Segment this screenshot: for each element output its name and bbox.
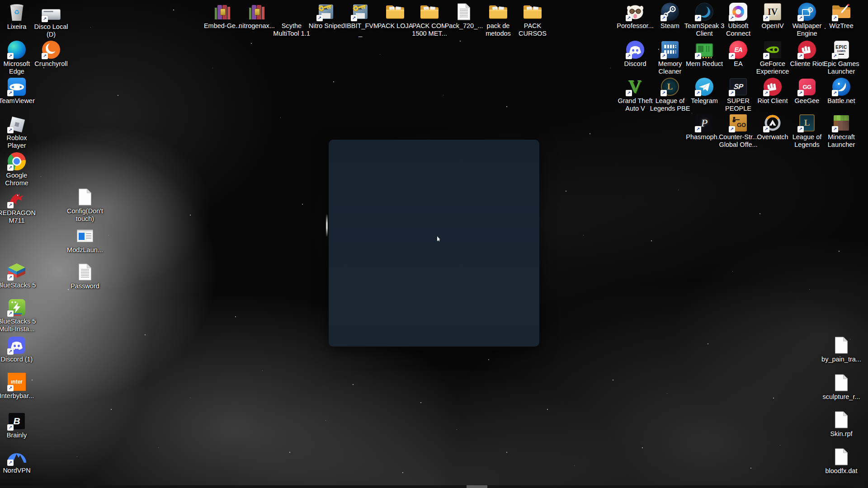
teamviewer-icon: ◄►↗ xyxy=(0,78,37,96)
shortcut-arrow-icon: ↗ xyxy=(832,53,838,59)
desktop-icon-minecraft-launcher[interactable]: ↗Minecraft Launcher xyxy=(821,114,862,149)
shortcut-arrow-icon: ↗ xyxy=(695,53,701,59)
bluestacks-multi-icon: ↗ xyxy=(0,298,37,316)
desktop-icon-sculpture-r[interactable]: sculpture_r... xyxy=(821,374,862,401)
desktop-icon-discord-1[interactable]: ↗Discord (1) xyxy=(0,336,37,363)
desktop-icon-teamviewer[interactable]: ◄►↗TeamViewer xyxy=(0,78,37,105)
desktop-icon-password[interactable]: Password xyxy=(65,263,105,290)
desktop-icon-label: Minecraft Launcher xyxy=(821,133,862,149)
desktop-icon-disco-local-d[interactable]: ↗Disco Local (D) xyxy=(31,4,71,38)
shortcut-arrow-icon: ↗ xyxy=(7,53,14,59)
drive-icon: ↗ xyxy=(31,4,71,22)
desktop-icon-label: REDRAGON M711 xyxy=(0,209,37,225)
desktop-icon-label: nitrogenax... xyxy=(239,22,275,30)
desktop-icon-label: GeeGee xyxy=(795,97,820,105)
desktop-icon-label: Pack_720_... xyxy=(445,22,483,30)
roblox-icon: ↗ xyxy=(0,115,37,133)
battlenet-icon: ↗ xyxy=(821,78,862,96)
desktop-icon-interbybar[interactable]: ınter↗Interbybar... xyxy=(0,373,37,400)
shortcut-arrow-icon: ↗ xyxy=(626,15,632,21)
shortcut-arrow-icon: ↗ xyxy=(316,15,323,21)
shortcut-arrow-icon: ↗ xyxy=(660,90,667,96)
shortcut-arrow-icon: ↗ xyxy=(832,126,838,132)
shortcut-arrow-icon: ↗ xyxy=(7,310,14,317)
desktop-icon-label: PACK CURSOS xyxy=(512,22,553,38)
desktop-icon-google-chrome[interactable]: ↗Google Chrome xyxy=(0,152,37,187)
shortcut-arrow-icon: ↗ xyxy=(626,90,632,96)
desktop-icon-label: by_pain_tra... xyxy=(821,356,861,363)
desktop-icon-brainly[interactable]: B↗Brainly xyxy=(0,412,37,439)
window-edge-highlight xyxy=(326,214,328,237)
desktop-icon-crunchyroll[interactable]: ↗Crunchyroll xyxy=(31,41,71,68)
file-blank-icon xyxy=(821,374,862,392)
desktop-icon-bloodfx-dat[interactable]: bloodfx.dat xyxy=(821,448,862,475)
shortcut-arrow-icon: ↗ xyxy=(797,90,804,96)
chrome-icon: ↗ xyxy=(0,152,37,170)
desktop-icon-skin-rpf[interactable]: Skin.rpf xyxy=(821,411,862,438)
desktop-icon-label: Epic Games Launcher xyxy=(821,60,862,75)
shortcut-arrow-icon: ↗ xyxy=(797,126,804,132)
shortcut-arrow-icon: ↗ xyxy=(7,127,14,133)
desktop-icon-roblox-player[interactable]: ↗Roblox Player xyxy=(0,115,37,150)
desktop-icon-redragon-m711[interactable]: ↗REDRAGON M711 xyxy=(0,190,37,225)
nordvpn-icon: ↗ xyxy=(0,447,37,465)
shortcut-arrow-icon: ↗ xyxy=(695,90,701,96)
desktop-icon-label: Mem Reduct xyxy=(686,60,723,68)
desktop-icon-label: Porofessor... xyxy=(617,22,653,30)
shortcut-arrow-icon: ↗ xyxy=(626,53,632,59)
desktop-icon-modzlaun[interactable]: ModzLaun... xyxy=(65,227,105,254)
desktop-icon-label: bloodfx.dat xyxy=(826,467,858,475)
desktop-icon-wiztree[interactable]: ↗WizTree xyxy=(821,3,862,30)
shortcut-arrow-icon: ↗ xyxy=(42,53,48,59)
desktop-icon-bluestacks-5-multi[interactable]: ↗BlueStacks 5 Multi-Insta... xyxy=(0,298,37,333)
file-blank-icon xyxy=(65,188,105,206)
desktop-icon-label: Brainly xyxy=(7,432,27,439)
desktop-icon-label: Cliente Riot xyxy=(790,60,824,68)
desktop-icon-label: WizTree xyxy=(829,22,853,30)
shortcut-arrow-icon: ↗ xyxy=(797,15,804,21)
shortcut-arrow-icon: ↗ xyxy=(7,460,14,466)
shortcut-arrow-icon: ↗ xyxy=(7,424,14,431)
desktop-icon-label: Battle.net xyxy=(827,97,855,105)
desktop-icon-label: Crunchyroll xyxy=(34,60,67,68)
desktop-icon-pack-cursos[interactable]: PACK CURSOS xyxy=(512,3,553,38)
folder-files-icon xyxy=(512,3,553,21)
desktop-icon-label: TeamViewer xyxy=(0,97,35,105)
desktop-icon-label: Roblox Player xyxy=(0,134,37,150)
desktop-icon-label: Password xyxy=(71,282,99,290)
desktop-icon-by-pain-tra[interactable]: by_pain_tra... xyxy=(821,336,862,363)
shortcut-arrow-icon: ↗ xyxy=(763,126,769,132)
shortcut-arrow-icon: ↗ xyxy=(7,348,14,355)
desktop-icon-label: Steam xyxy=(660,22,679,30)
desktop-icon-label: ModzLaun... xyxy=(67,246,103,254)
desktop-icon-bluestacks-5[interactable]: ↗BlueStacks 5 xyxy=(0,262,37,289)
desktop-icon-config-dont-touch[interactable]: Config(Don't touch) xyxy=(65,188,105,223)
shortcut-arrow-icon: ↗ xyxy=(695,126,701,132)
shortcut-arrow-icon: ↗ xyxy=(832,90,838,96)
shortcut-arrow-icon: ↗ xyxy=(763,53,769,59)
desktop-icon-label: EA xyxy=(734,60,742,68)
redragon-icon: ↗ xyxy=(0,190,37,208)
shortcut-arrow-icon: ↗ xyxy=(695,15,701,21)
taskbar-peek-segment[interactable] xyxy=(467,485,487,488)
app-window-icon xyxy=(65,227,105,245)
shortcut-arrow-icon: ↗ xyxy=(7,274,14,281)
shortcut-arrow-icon: ↗ xyxy=(729,53,735,59)
desktop-icon-nordvpn[interactable]: ↗NordVPN xyxy=(0,447,37,474)
shortcut-arrow-icon: ↗ xyxy=(729,126,735,132)
svg-text:GO: GO xyxy=(737,122,746,128)
desktop-icon-label: Google Chrome xyxy=(0,172,37,187)
shortcut-arrow-icon: ↗ xyxy=(763,15,769,21)
desktop-icon-label: sculpture_r... xyxy=(822,393,860,401)
minecraft-icon: ↗ xyxy=(821,114,862,132)
discord-square-icon: ↗ xyxy=(0,336,37,354)
desktop-icon-epic-games-launcher[interactable]: EPICGAMES↗Epic Games Launcher xyxy=(821,41,862,75)
desktop-icon-label: Embed-Ge... xyxy=(204,22,241,30)
desktop-icon-battle-net[interactable]: ↗Battle.net xyxy=(821,78,862,105)
shortcut-arrow-icon: ↗ xyxy=(42,16,48,22)
shortcut-arrow-icon: ↗ xyxy=(7,385,14,391)
shortcut-arrow-icon: ↗ xyxy=(7,90,14,96)
taskbar-hidden-edge[interactable] xyxy=(0,485,868,488)
desktop-icon-label: BlueStacks 5 Multi-Insta... xyxy=(0,318,37,333)
center-window[interactable] xyxy=(329,140,539,347)
